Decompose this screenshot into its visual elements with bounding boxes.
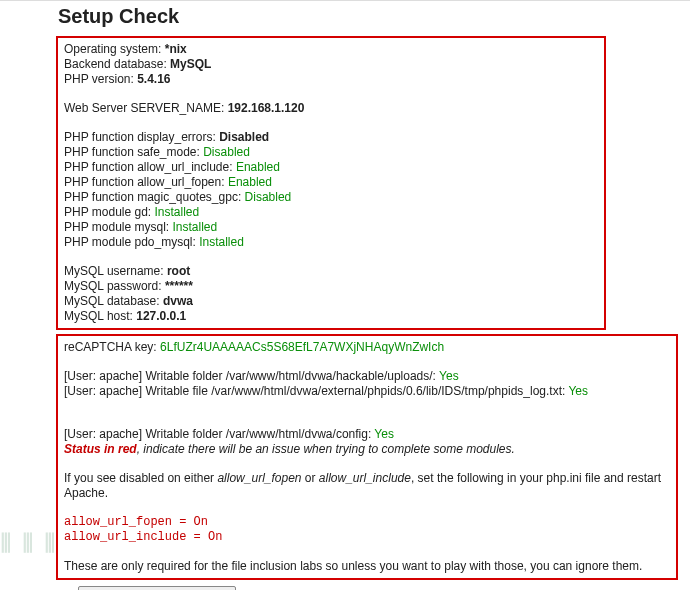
mysql-pass-value: ****** — [165, 279, 193, 293]
display-errors-label: PHP function display_errors: — [64, 130, 219, 144]
db-value: MySQL — [170, 57, 211, 71]
writable-log-value: Yes — [568, 384, 588, 398]
status-box: reCAPTCHA key: 6LfUZr4UAAAAACs5S68EfL7A7… — [56, 334, 678, 580]
safe-mode-label: PHP function safe_mode: — [64, 145, 203, 159]
mysql-pass-label: MySQL password: — [64, 279, 165, 293]
mysql-module-label: PHP module mysql: — [64, 220, 173, 234]
recaptcha-value: 6LfUZr4UAAAAACs5S68EfL7A7WXjNHAqyWnZwIch — [160, 340, 444, 354]
mysql-module-value: Installed — [173, 220, 218, 234]
note-pre: If you see disabled on either — [64, 471, 217, 485]
writable-uploads-value: Yes — [439, 369, 459, 383]
mysql-db-value: dvwa — [163, 294, 193, 308]
note-emph1: allow_url_fopen — [217, 471, 301, 485]
pdo-mysql-label: PHP module pdo_mysql: — [64, 235, 199, 249]
db-label: Backend database: — [64, 57, 170, 71]
gd-label: PHP module gd: — [64, 205, 155, 219]
magic-quotes-value: Disabled — [245, 190, 292, 204]
mysql-host-label: MySQL host: — [64, 309, 136, 323]
php-label: PHP version: — [64, 72, 137, 86]
php-value: 5.4.16 — [137, 72, 170, 86]
mysql-user-label: MySQL username: — [64, 264, 167, 278]
writable-config-value: Yes — [374, 427, 394, 441]
footer-note: These are only required for the file inc… — [64, 559, 670, 574]
mysql-user-value: root — [167, 264, 190, 278]
pdo-mysql-value: Installed — [199, 235, 244, 249]
conf-line-2: allow_url_include = On — [64, 530, 670, 545]
system-info-box: Operating system: *nix Backend database:… — [56, 36, 606, 330]
writable-uploads-label: [User: apache] Writable folder /var/www/… — [64, 369, 439, 383]
safe-mode-value: Disabled — [203, 145, 250, 159]
writable-log-label: [User: apache] Writable file /var/www/ht… — [64, 384, 568, 398]
writable-config-label: [User: apache] Writable folder /var/www/… — [64, 427, 374, 441]
conf-line-1: allow_url_fopen = On — [64, 515, 670, 530]
os-label: Operating system: — [64, 42, 165, 56]
display-errors-value: Disabled — [219, 130, 269, 144]
mysql-host-value: 127.0.0.1 — [136, 309, 186, 323]
recaptcha-label: reCAPTCHA key: — [64, 340, 160, 354]
gd-value: Installed — [155, 205, 200, 219]
allow-url-fopen-label: PHP function allow_url_fopen: — [64, 175, 228, 189]
create-reset-database-button[interactable]: Create / Reset Database — [78, 586, 236, 590]
mysql-db-label: MySQL database: — [64, 294, 163, 308]
magic-quotes-label: PHP function magic_quotes_gpc: — [64, 190, 245, 204]
note-emph2: allow_url_include — [319, 471, 411, 485]
os-value: *nix — [165, 42, 187, 56]
status-rest-text: , indicate there will be an issue when t… — [137, 442, 515, 456]
note-mid: or — [302, 471, 319, 485]
status-red-text: Status in red — [64, 442, 137, 456]
ws-label: Web Server SERVER_NAME: — [64, 101, 228, 115]
ws-value: 192.168.1.120 — [228, 101, 305, 115]
page-title: Setup Check — [58, 5, 690, 28]
allow-url-include-label: PHP function allow_url_include: — [64, 160, 236, 174]
allow-url-include-value: Enabled — [236, 160, 280, 174]
allow-url-fopen-value: Enabled — [228, 175, 272, 189]
